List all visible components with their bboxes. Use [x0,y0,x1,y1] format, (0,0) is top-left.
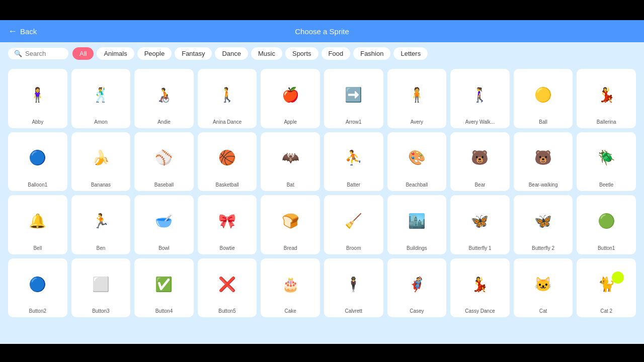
filter-people[interactable]: People [137,47,172,60]
filter-letters[interactable]: Letters [393,47,428,60]
sprite-card[interactable]: 🦋Butterfly 1 [450,195,510,254]
sprite-label: Button4 [155,308,173,314]
top-bar [0,0,644,20]
sprite-card[interactable]: 🐈Cat 2 [577,258,636,318]
sprite-label: Baseball [154,182,174,188]
sprite-card[interactable]: ⚾Baseball [134,132,194,192]
sprite-label: Button5 [218,308,235,314]
sprite-card[interactable]: ⬜Button3 [71,258,131,318]
content-area: 🧍‍♀️Abby🕺Amon🧑‍🦽Andie🚶Anina Dance🍎Apple➡… [0,65,644,344]
back-label: Back [20,27,37,36]
sprite-image: 🐻 [516,135,571,181]
sprite-card[interactable]: 🪲Beetle [577,132,636,192]
sprite-card[interactable]: 💃Cassy Dance [450,258,510,318]
sprite-image: 🦸 [389,261,445,307]
sprite-card[interactable]: 🔵Button2 [8,258,67,318]
sprite-image: 🕴️ [326,261,381,307]
filter-animals[interactable]: Animals [97,47,134,60]
sprite-card[interactable]: 🦇Bat [261,132,320,192]
sprite-card[interactable]: 🚶Anina Dance [198,69,257,128]
sprite-card[interactable]: ➡️Arrow1 [324,69,383,128]
sprite-image: ➡️ [326,72,381,118]
sprite-card[interactable]: 🟢Button1 [577,195,636,254]
sprite-card[interactable]: ✅Button4 [134,258,194,318]
sprite-label: Ball [539,119,547,125]
filter-sports[interactable]: Sports [285,47,318,60]
sprite-label: Apple [284,119,297,125]
sprite-label: Bowl [158,245,170,251]
sprite-card[interactable]: 🕴️Calvrett [324,258,383,318]
sprite-image: 🔵 [10,135,65,181]
sprite-card[interactable]: 🧍Avery [387,69,447,128]
sprite-card[interactable]: 🦋Butterfly 2 [514,195,573,254]
filter-music[interactable]: Music [251,47,282,60]
search-input[interactable] [25,50,65,57]
sprite-image: 🦋 [452,198,508,244]
sprite-card[interactable]: 🍎Apple [261,69,320,128]
sprite-image: ✅ [136,261,192,307]
filter-food[interactable]: Food [321,47,351,60]
sprite-label: Avery [411,119,423,125]
sprite-label: Ben [96,245,105,251]
sprite-image: 🧑‍🦽 [136,72,192,118]
back-arrow-icon: ← [8,26,17,37]
sprite-card[interactable]: 🐱Cat [514,258,573,318]
sprite-image: 🧍‍♀️ [10,72,65,118]
sprite-card[interactable]: 🟡Ball [514,69,573,128]
sprite-image: 💃 [579,72,634,118]
sprite-label: Batter [347,182,360,188]
sprite-label: Button1 [598,245,615,251]
sprite-card[interactable]: 🐻Bear-walking [514,132,573,192]
sprite-card[interactable]: ❌Button5 [198,258,257,318]
sprite-card[interactable]: 🚶‍♀️Avery Walk... [450,69,510,128]
sprite-label: Abby [32,119,43,125]
sprite-image: 🪲 [579,135,634,181]
sprite-image: 🦋 [516,198,571,244]
sprite-card[interactable]: 🧑‍🦽Andie [134,69,194,128]
sprite-image: 🎨 [389,135,445,181]
sprite-image: 🍞 [263,198,318,244]
search-icon: 🔍 [14,50,22,57]
sprite-card[interactable]: 💃Ballerina [577,69,636,128]
sprite-card[interactable]: 🧹Broom [324,195,383,254]
sprite-card[interactable]: ⛹️Batter [324,132,383,192]
sprite-label: Beetle [599,182,613,188]
sprite-image: 🕺 [73,72,129,118]
filter-dance[interactable]: Dance [215,47,248,60]
sprite-card[interactable]: 🔵Balloon1 [8,132,67,192]
sprite-card[interactable]: 🎂Cake [261,258,320,318]
sprite-image: 🟢 [579,198,634,244]
sprite-card[interactable]: 🥣Bowl [134,195,194,254]
sprite-image: 🔵 [10,261,65,307]
sprite-image: 🦇 [263,135,318,181]
sprite-image: 🏃 [73,198,129,244]
sprite-card[interactable]: 🍞Bread [261,195,320,254]
sprite-card[interactable]: 🧍‍♀️Abby [8,69,67,128]
back-button[interactable]: ← Back [8,26,37,37]
sprite-image: 🎂 [263,261,318,307]
sprite-card[interactable]: 🏙️Buildings [387,195,447,254]
sprite-label: Cassy Dance [465,308,495,314]
sprite-card[interactable]: 🦸Casey [387,258,447,318]
filter-all[interactable]: All [72,47,94,60]
sprite-label: Casey [410,308,424,314]
sprite-card[interactable]: 🎀Bowtie [198,195,257,254]
sprite-image: 🟡 [516,72,571,118]
bottom-bar [0,344,644,362]
sprite-label: Button2 [29,308,46,314]
sprite-card[interactable]: 🏀Basketball [198,132,257,192]
sprite-card[interactable]: 🎨Beachball [387,132,447,192]
sprite-grid: 🧍‍♀️Abby🕺Amon🧑‍🦽Andie🚶Anina Dance🍎Apple➡… [8,69,636,317]
sprite-card[interactable]: 🕺Amon [71,69,131,128]
sprite-card[interactable]: 🏃Ben [71,195,131,254]
sprite-image: 🍌 [73,135,129,181]
sprite-card[interactable]: 🔔Bell [8,195,67,254]
sprite-label: Broom [346,245,361,251]
sprite-card[interactable]: 🐻Bear [450,132,510,192]
filter-fantasy[interactable]: Fantasy [175,47,212,60]
sprite-label: Buildings [407,245,427,251]
sprite-card[interactable]: 🍌Bananas [71,132,131,192]
sprite-image: ⚾ [136,135,192,181]
sprite-image: 🥣 [136,198,192,244]
filter-fashion[interactable]: Fashion [353,47,390,60]
